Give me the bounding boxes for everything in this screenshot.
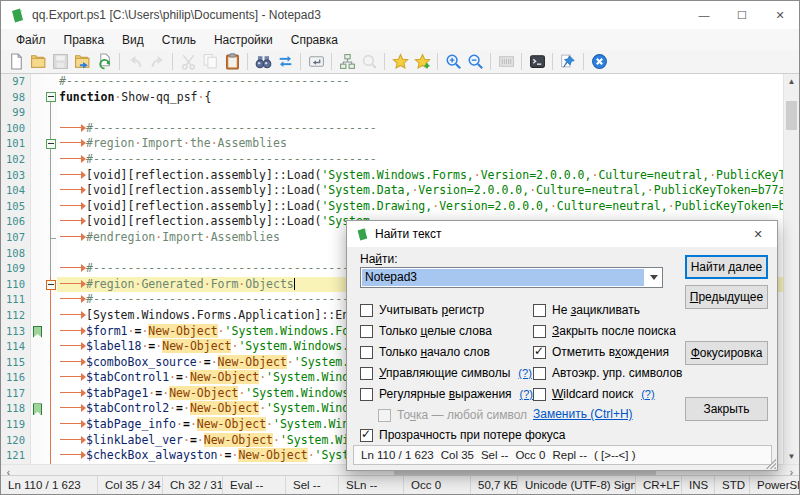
option-right-3[interactable]: Отметить вхождения	[533, 345, 669, 359]
help-link[interactable]: (?)	[518, 367, 531, 379]
bookmark-margin[interactable]	[31, 417, 44, 433]
replace-icon[interactable]	[274, 51, 296, 72]
bookmark-margin[interactable]	[31, 183, 44, 199]
code-line-99[interactable]: 99	[1, 105, 784, 121]
menu-item-1[interactable]: Файл	[7, 31, 55, 49]
menu-item-4[interactable]: Стиль	[153, 31, 205, 49]
code-line-101[interactable]: 101#region·Import·the·Assemblies	[1, 136, 784, 152]
bookmark-margin[interactable]	[31, 261, 44, 277]
code-text[interactable]: function·Show-qq_psf·{	[57, 90, 784, 106]
zoom-out-icon[interactable]	[464, 51, 486, 72]
option-left-1[interactable]: Учитывать регистр	[360, 303, 484, 317]
code-line-105[interactable]: 105[void][reflection.assembly]::Load('Sy…	[1, 199, 784, 215]
status-segment-6[interactable]: SLn --	[339, 476, 404, 494]
revert-icon[interactable]	[93, 51, 115, 72]
option-right-2[interactable]: Закрыть после поиска	[533, 324, 676, 338]
close-icon[interactable]: ✕	[761, 1, 799, 29]
find-dialog-close-icon[interactable]: ✕	[739, 221, 777, 247]
fold-toggle-icon[interactable]	[44, 136, 57, 152]
bookmark-margin[interactable]	[31, 152, 44, 168]
bookmark-margin[interactable]	[31, 246, 44, 262]
code-line-103[interactable]: 103[void][reflection.assembly]::Load('Sy…	[1, 168, 784, 184]
save-copy-icon[interactable]	[71, 51, 93, 72]
scroll-up-icon[interactable]: ▲	[784, 74, 799, 89]
checkbox[interactable]	[360, 346, 373, 359]
checkbox[interactable]	[360, 325, 373, 338]
bookmark-margin[interactable]	[31, 370, 44, 386]
bookmark-margin[interactable]	[31, 355, 44, 371]
help-link[interactable]: (?)	[520, 388, 533, 400]
checkbox[interactable]	[360, 304, 373, 317]
code-line-98[interactable]: 98function·Show-qq_psf·{	[1, 90, 784, 106]
checkbox[interactable]	[533, 388, 546, 401]
bookmark-margin[interactable]	[31, 339, 44, 355]
favorites-icon[interactable]	[389, 51, 411, 72]
code-line-97[interactable]: 97#-------------------------------------…	[1, 74, 784, 90]
bookmark-margin[interactable]	[31, 168, 44, 184]
bookmark-margin[interactable]	[31, 308, 44, 324]
option-left-2[interactable]: Только целые слова	[360, 324, 492, 338]
code-text[interactable]: [void][reflection.assembly]::Load('Syste…	[57, 168, 784, 184]
fold-toggle-icon[interactable]	[44, 277, 57, 293]
bookmark-margin[interactable]	[31, 386, 44, 402]
option-right-5[interactable]: Wildcard поиск(?)	[533, 387, 655, 401]
close-button[interactable]: Закрыть	[685, 397, 768, 421]
status-segment-11[interactable]: INS	[682, 476, 715, 494]
option-transparency[interactable]: Прозрачность при потере фокуса	[360, 428, 565, 442]
code-text[interactable]: #---------------------------------------…	[57, 121, 784, 137]
menu-item-3[interactable]: Вид	[113, 31, 153, 49]
chevron-down-icon[interactable]	[645, 268, 662, 287]
bookmark-margin[interactable]	[31, 199, 44, 215]
status-segment-4[interactable]: Eval --	[223, 476, 286, 494]
help-link[interactable]: (?)	[641, 388, 654, 400]
scroll-down-icon[interactable]: ▼	[784, 449, 799, 464]
option-left-3[interactable]: Только начало слов	[360, 345, 490, 359]
option-right-1[interactable]: Не зацикливать	[533, 303, 640, 317]
code-line-102[interactable]: 102#------------------------------------…	[1, 152, 784, 168]
paste-icon[interactable]	[221, 51, 243, 72]
checkbox[interactable]	[533, 367, 546, 380]
bookmark-margin[interactable]	[31, 292, 44, 308]
status-segment-13[interactable]: PowerShell Script	[750, 476, 799, 494]
menu-item-5[interactable]: Настройки	[205, 31, 282, 49]
bookmark-margin[interactable]	[31, 74, 44, 90]
bookmark-margin[interactable]	[31, 433, 44, 449]
status-segment-9[interactable]: Unicode (UTF-8) Signature	[518, 476, 636, 494]
word-wrap-icon[interactable]	[305, 51, 327, 72]
replace-link[interactable]: Заменить (Ctrl+H)	[533, 407, 633, 421]
option-left-4[interactable]: Управляющие символы(?)	[360, 366, 532, 380]
checkbox[interactable]	[533, 325, 546, 338]
bookmark-icon[interactable]	[31, 324, 44, 340]
terminal-icon[interactable]	[526, 51, 548, 72]
bookmark-margin[interactable]	[31, 90, 44, 106]
add-favorite-icon[interactable]	[411, 51, 433, 72]
bookmark-margin[interactable]	[31, 448, 44, 464]
option-left-5[interactable]: Регулярные выражения(?)	[360, 387, 533, 401]
code-text[interactable]: [void][reflection.assembly]::Load('Syste…	[57, 199, 784, 215]
bookmark-margin[interactable]	[31, 136, 44, 152]
open-file-icon[interactable]	[27, 51, 49, 72]
checkbox-checked[interactable]	[533, 346, 546, 359]
find-icon[interactable]	[252, 51, 274, 72]
code-line-104[interactable]: 104[void][reflection.assembly]::Load('Sy…	[1, 183, 784, 199]
bookmark-margin[interactable]	[31, 121, 44, 137]
new-file-icon[interactable]	[5, 51, 27, 72]
find-next-button[interactable]: Найти далее	[685, 255, 768, 279]
pin-icon[interactable]	[557, 51, 579, 72]
status-segment-8[interactable]: 50,7 КБ	[471, 476, 518, 494]
status-segment-5[interactable]: Sel --	[286, 476, 339, 494]
code-folding-icon[interactable]	[336, 51, 358, 72]
zoom-in-icon[interactable]	[442, 51, 464, 72]
exit-icon[interactable]	[588, 51, 610, 72]
bookmark-margin[interactable]	[31, 105, 44, 121]
checkbox[interactable]	[360, 388, 373, 401]
checkbox[interactable]	[360, 367, 373, 380]
status-segment-2[interactable]: Col 35 / 34	[98, 476, 163, 494]
status-segment-7[interactable]: Occ 0	[404, 476, 471, 494]
code-text[interactable]	[57, 105, 784, 121]
menu-item-6[interactable]: Справка	[282, 31, 347, 49]
find-dialog-title-bar[interactable]: Найти текст ✕	[347, 221, 777, 247]
search-input[interactable]: Notepad3	[360, 267, 663, 288]
maximize-icon[interactable]: ☐	[723, 1, 761, 29]
minimize-icon[interactable]: —	[685, 1, 723, 29]
